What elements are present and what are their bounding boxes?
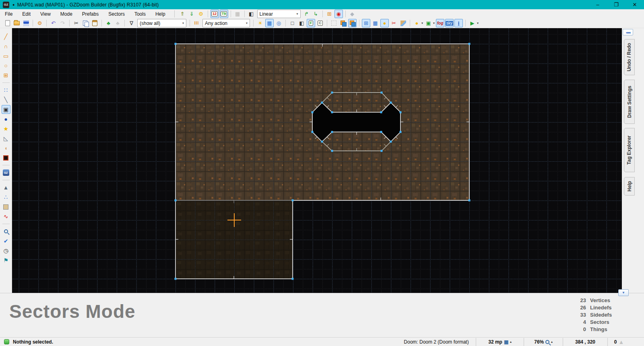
linedefs-mode-icon[interactable]: ╲ [2, 95, 10, 104]
things-filter-dropdown[interactable]: (show all)▾ [137, 19, 186, 27]
auto-cleanup-icon[interactable] [399, 19, 407, 27]
marquee-select-icon[interactable] [330, 19, 338, 27]
auto-clear-sidedefs-icon[interactable]: ● [380, 19, 389, 27]
draw-rectangle-icon[interactable]: ▭ [2, 51, 10, 60]
draw-ellipse-icon[interactable]: ○ [2, 61, 10, 70]
fog-toggle-icon[interactable]: fog [436, 19, 444, 27]
map-canvas[interactable] [12, 28, 622, 293]
brightness-icon[interactable]: ☀ [256, 19, 264, 27]
tab-help[interactable]: Help [624, 177, 635, 196]
paste-properties-options-icon[interactable]: ⚙ [197, 10, 205, 18]
menu-view[interactable]: View [35, 10, 56, 18]
snap-to-grid-icon[interactable]: ⊞ [362, 19, 370, 27]
dynamic-lights-dropdown-arrow[interactable]: ▾ [421, 21, 423, 25]
insert-thing-icon[interactable]: ♣ [104, 19, 113, 27]
warnings-indicator[interactable]: 0 ▲ [608, 338, 630, 346]
tab-draw-settings[interactable]: Draw Settings [624, 80, 635, 124]
gradient-interpolation-dropdown[interactable]: Linear▾ [257, 10, 301, 18]
paste-properties-icon[interactable]: ⇓ [188, 10, 196, 18]
models-icon[interactable]: ▣ [424, 19, 433, 27]
vertices-mode-icon[interactable]: ∷ [2, 86, 10, 95]
menu-file[interactable]: File [0, 10, 17, 18]
expand-panel-button[interactable]: ◀◀◀ [623, 29, 633, 35]
toggle-grid-icon[interactable]: ▦ [265, 19, 274, 27]
event-lines-icon[interactable]: i [454, 19, 463, 27]
dynamic-lights-icon[interactable]: ● [413, 19, 421, 27]
full-brightness-icon[interactable]: □ [288, 19, 297, 27]
menu-edit[interactable]: Edit [17, 10, 35, 18]
grid-size-button[interactable]: 32 mp ▦ ▴ [476, 338, 524, 346]
test-map-dropdown-arrow[interactable]: ▾ [477, 21, 479, 25]
collapse-info-panel-button[interactable]: ▼ [618, 289, 629, 296]
visual-mode-icon[interactable]: ● [2, 115, 10, 124]
cut-icon[interactable]: ✂ [72, 19, 80, 27]
sectors-mode-icon[interactable]: ▣ [2, 105, 10, 114]
test-map-icon[interactable]: ▶ [468, 19, 477, 27]
toolbar-separator [2, 165, 10, 165]
restore-button[interactable]: ❐ [607, 0, 625, 9]
draw-curve-icon[interactable]: ∩ [2, 42, 10, 51]
tab-tag-explorer[interactable]: Tag Explorer [624, 128, 635, 172]
app-icon[interactable]: GZ [3, 2, 9, 8]
merge-geometry-icon[interactable] [339, 19, 347, 27]
sound-environment-icon[interactable] [2, 153, 10, 162]
sound-propagation-icon[interactable]: ◖ [2, 144, 10, 152]
copy-properties-icon[interactable]: ⇑ [178, 10, 187, 18]
gzdoom-editing-icon[interactable]: GZ [2, 168, 10, 177]
menu-sectors[interactable]: Sectors [103, 10, 130, 18]
view-ceiling-textures-icon[interactable]: C [316, 19, 324, 27]
grid-origin-icon[interactable]: ◉ [334, 10, 343, 18]
linedef-action-dropdown[interactable]: Any action▾ [202, 19, 250, 27]
map-options-icon[interactable]: ⚙ [35, 19, 44, 27]
slope-mode-icon[interactable]: ◺ [2, 134, 10, 143]
zoom-menu-arrow[interactable]: ▴ [551, 340, 553, 344]
sky-toggle-icon[interactable]: sky [445, 19, 454, 27]
split-joined-sectors-icon[interactable]: ✂ [390, 19, 398, 27]
save-map-icon[interactable] [22, 19, 30, 27]
copy-icon[interactable] [81, 19, 90, 27]
warning-triangle-icon: ▲ [618, 339, 624, 345]
menu-prefabs[interactable]: Prefabs [77, 10, 103, 18]
preferences-icon[interactable]: ⚑ [2, 256, 10, 265]
replace-geometry-icon[interactable] [348, 19, 357, 27]
auto-merge-icon[interactable]: ▦ [371, 19, 380, 27]
edit-selection-icon[interactable] [2, 202, 10, 211]
draw-grid-icon[interactable]: ⊞ [2, 71, 10, 80]
make-sector-mode-icon[interactable]: ★ [2, 124, 10, 133]
things-filter-icon[interactable]: ∇ [127, 19, 136, 27]
show-tags-icon[interactable]: T9 [220, 10, 228, 18]
gradient-mode-icon[interactable]: ◧ [247, 10, 256, 18]
curve-linedefs-icon[interactable]: ∿ [2, 212, 10, 221]
minimize-button[interactable]: – [588, 0, 607, 9]
tag-label-icon[interactable]: ◆ [348, 10, 357, 18]
map-analysis-icon[interactable]: ✔ [2, 237, 10, 245]
zoom-button[interactable]: 76% ▴ [524, 338, 563, 346]
insert-thing-disabled-icon[interactable]: ♣ [114, 19, 122, 27]
models-dropdown-arrow[interactable]: ▾ [433, 21, 435, 25]
menu-mode[interactable]: Mode [56, 10, 77, 18]
grid-setup-icon[interactable]: ⊞ [325, 10, 334, 18]
view-floors-icon[interactable]: ◧ [297, 19, 306, 27]
show-indices-icon[interactable]: 12 [211, 10, 219, 18]
draw-lines-icon[interactable]: ╱ [2, 32, 10, 41]
linedef-actions-icon[interactable]: III [192, 19, 201, 27]
things-statistics-icon[interactable]: ∴ [2, 193, 10, 202]
flip-selection-icon[interactable]: ↱ [302, 10, 311, 18]
view-floor-textures-icon[interactable]: F [307, 19, 315, 27]
grid-menu-arrow[interactable]: ▴ [510, 340, 512, 344]
undo-icon[interactable]: ↶ [49, 19, 58, 27]
menu-help[interactable]: Help [151, 10, 170, 18]
close-button[interactable]: ✕ [625, 0, 644, 9]
redo-icon[interactable]: ↷ [58, 19, 67, 27]
menu-tools[interactable]: Tools [130, 10, 151, 18]
new-map-icon[interactable] [3, 19, 12, 27]
paste-icon[interactable] [91, 19, 99, 27]
tab-undo-redo[interactable]: Undo / Redo [624, 39, 635, 75]
find-replace-icon[interactable] [2, 227, 10, 236]
texture-browser-icon[interactable]: ▦ [233, 10, 242, 18]
terrain-mode-icon[interactable]: ▲ [2, 183, 10, 192]
open-map-icon[interactable] [12, 19, 21, 27]
rotate-selection-icon[interactable]: ↳ [312, 10, 320, 18]
center-view-icon[interactable]: ◎ [275, 19, 283, 27]
view-used-tags-icon[interactable]: ◷ [2, 246, 10, 255]
